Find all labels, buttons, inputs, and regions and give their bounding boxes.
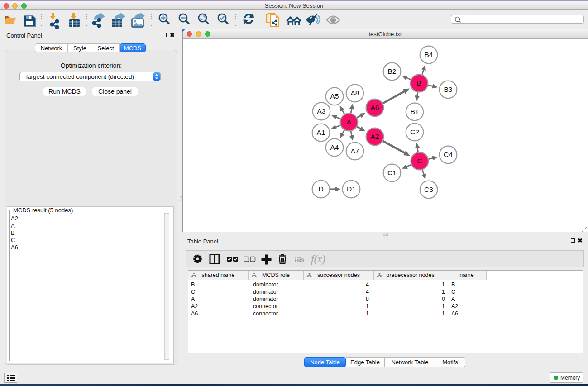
svg-text:D1: D1 — [347, 185, 356, 193]
svg-text:C: C — [417, 157, 422, 165]
svg-text:A4: A4 — [330, 143, 339, 151]
svg-text:A7: A7 — [351, 147, 359, 155]
svg-text:B: B — [417, 79, 421, 87]
svg-text:D: D — [318, 185, 323, 193]
svg-text:B4: B4 — [425, 51, 433, 58]
svg-text:A: A — [347, 118, 352, 126]
svg-text:B3: B3 — [444, 86, 453, 93]
svg-text:C2: C2 — [410, 128, 419, 136]
svg-text:C4: C4 — [444, 151, 453, 158]
svg-text:A5: A5 — [330, 92, 339, 100]
svg-text:A3: A3 — [317, 107, 326, 115]
svg-text:A2: A2 — [371, 133, 379, 140]
svg-text:A1: A1 — [317, 129, 325, 136]
svg-text:B2: B2 — [388, 67, 397, 75]
svg-text:C3: C3 — [424, 186, 433, 193]
svg-text:A6: A6 — [371, 104, 379, 111]
svg-text:f(x): f(x) — [311, 253, 325, 265]
svg-text:C1: C1 — [387, 169, 397, 176]
svg-text:B1: B1 — [411, 108, 419, 115]
svg-text:A8: A8 — [351, 89, 359, 97]
